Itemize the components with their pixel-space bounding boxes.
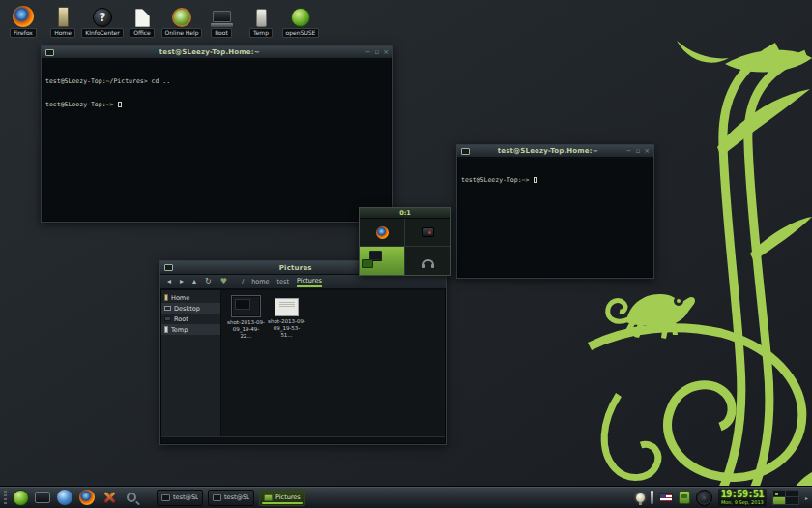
terminal-window-icon	[362, 259, 373, 268]
desktop-icon	[164, 306, 171, 311]
headphones-icon	[422, 259, 434, 266]
up-icon[interactable]: ▴	[192, 278, 196, 285]
forward-icon[interactable]: ▸	[180, 278, 184, 285]
icon-label: openSUSE	[282, 28, 320, 38]
desktop-icon-kinfocenter[interactable]: ? KInfoCenter	[83, 3, 122, 38]
app-icon	[422, 227, 434, 237]
pager-grid	[360, 219, 450, 275]
opensuse-menu-icon	[13, 490, 29, 506]
home-icon	[58, 7, 69, 27]
file-item-screenshot-2[interactable]: shot-2013-09- 09_19-53-51...	[268, 295, 305, 339]
sidebar-item-root[interactable]: Root	[161, 314, 220, 324]
root-computer-icon	[211, 11, 233, 27]
clock[interactable]: 19:59:51 Mon, 9 Sep, 2013	[718, 489, 767, 506]
mini-pager-cell-1-0[interactable]	[786, 491, 798, 497]
start-menu-button[interactable]	[12, 489, 29, 506]
terminal-icon	[213, 494, 221, 501]
terminal-icon	[35, 492, 50, 503]
file-item-screenshot-1[interactable]: shot-2013-09- 09_19-49-22...	[227, 295, 265, 340]
breadcrumb-home[interactable]: home	[251, 278, 269, 285]
pager-desktop-0-0[interactable]	[360, 219, 405, 247]
launcher-firefox[interactable]	[78, 489, 96, 506]
file-manager-window: Pictures − ▫ × ◂ ▸ ▴ ↻ ♥ / home test Pic…	[160, 260, 447, 445]
firefox-icon	[13, 6, 34, 27]
terminal1-content[interactable]: test@SLeezy-Top:~/Pictures> cd .. test@S…	[43, 60, 392, 221]
desktop-icon-firefox[interactable]: Firefox	[4, 3, 43, 38]
task-button-terminal-1[interactable]: test@SLe..	[157, 490, 203, 506]
launcher-terminal[interactable]	[34, 489, 51, 506]
online-help-icon	[172, 8, 191, 27]
keyboard-layout-us-flag-icon[interactable]	[659, 493, 673, 502]
terminal-window-1: test@SLeezy-Top.Home:~ − ▫ × test@SLeezy…	[41, 45, 393, 223]
pager-desktop-label: 0:1	[360, 208, 450, 219]
minimize-icon[interactable]: −	[365, 49, 371, 56]
desktop-icon-row: Firefox Home ? KInfoCenter Office Online…	[4, 3, 321, 38]
mini-pager-cell-1-1[interactable]	[786, 497, 798, 504]
task-button-pictures[interactable]: Pictures	[259, 490, 305, 506]
terminal1-titlebar[interactable]: test@SLeezy-Top.Home:~ − ▫ ×	[42, 46, 392, 59]
sidebar-item-desktop[interactable]: Desktop	[161, 303, 220, 314]
close-icon[interactable]: ×	[644, 148, 650, 155]
launcher-browser[interactable]	[56, 489, 73, 506]
terminal-cursor	[118, 102, 122, 107]
opensuse-icon	[291, 8, 310, 27]
desktop-icon-office[interactable]: Office	[123, 3, 161, 38]
mini-pager-cell-0-0[interactable]	[773, 491, 786, 497]
maximize-icon[interactable]: ▫	[635, 148, 640, 155]
terminal-prompt-line: test@SLeezy-Top:~>	[461, 176, 650, 184]
close-icon[interactable]: ×	[383, 49, 389, 56]
minimize-icon[interactable]: −	[626, 148, 632, 155]
fm-file-area: shot-2013-09- 09_19-49-22... shot-2013-0…	[221, 290, 445, 436]
volume-knob-icon[interactable]	[696, 490, 712, 506]
terminal-icon	[161, 494, 170, 501]
taskbar: test@SLe.. test@SLe.. Pictures 19:59:51 …	[0, 486, 812, 508]
task-button-terminal-2[interactable]: test@SLe..	[208, 490, 254, 506]
lightbulb-icon[interactable]	[636, 493, 645, 502]
terminal2-content[interactable]: test@SLeezy-Top:~>	[458, 159, 652, 277]
sidebar-item-temp[interactable]: Temp	[161, 324, 220, 335]
desktop: Firefox Home ? KInfoCenter Office Online…	[0, 0, 812, 508]
pager-desktop-0-1-active[interactable]	[360, 247, 405, 275]
mini-pager-cell-0-1-active[interactable]	[773, 497, 786, 504]
breadcrumb-root[interactable]: /	[242, 278, 244, 285]
maximize-icon[interactable]: ▫	[374, 49, 379, 56]
terminal-app-icon	[45, 49, 54, 56]
icon-label: Online Help	[161, 28, 203, 38]
desktop-icon-temp[interactable]: Temp	[242, 3, 280, 38]
back-icon[interactable]: ◂	[167, 278, 171, 285]
pager-desktop-1-1[interactable]	[405, 247, 450, 275]
launcher-search[interactable]	[123, 489, 140, 506]
breadcrumb: / home test Pictures	[242, 277, 322, 287]
folder-icon	[264, 494, 273, 501]
battery-icon[interactable]	[679, 491, 690, 504]
system-tray: 19:59:51 Mon, 9 Sep, 2013 ▸	[636, 489, 808, 506]
favorites-icon[interactable]: ♥	[220, 278, 227, 285]
refresh-icon[interactable]: ↻	[205, 278, 212, 285]
icon-label: Root	[211, 28, 232, 38]
shelf-handle[interactable]	[4, 491, 7, 505]
desktop-icon-home[interactable]: Home	[44, 3, 82, 38]
breadcrumb-pictures[interactable]: Pictures	[297, 277, 322, 287]
globe-icon	[57, 490, 72, 505]
pager-desktop-1-0[interactable]	[405, 219, 450, 247]
breadcrumb-test[interactable]: test	[277, 278, 289, 285]
tray-expand-arrow-icon[interactable]: ▸	[805, 494, 808, 501]
sidebar-item-home[interactable]: Home	[161, 292, 220, 303]
desktop-icon-root[interactable]: Root	[202, 3, 241, 38]
file-thumbnail	[275, 298, 299, 316]
xchat-icon	[102, 490, 117, 505]
desktop-icon-online-help[interactable]: Online Help	[162, 3, 201, 38]
desktop-icon-opensuse[interactable]: openSUSE	[281, 3, 320, 38]
stylus-icon[interactable]	[651, 491, 653, 504]
terminal1-title: test@SLeezy-Top.Home:~	[58, 48, 362, 56]
terminal-line: test@SLeezy-Top:~/Pictures> cd ..	[45, 77, 389, 85]
icon-label: KInfoCenter	[81, 28, 123, 38]
terminal2-titlebar[interactable]: test@SLeezy-Top.Home:~ − ▫ ×	[457, 145, 653, 158]
office-document-icon	[135, 9, 150, 27]
terminal-prompt-line: test@SLeezy-Top:~>	[45, 101, 389, 108]
launcher-xchat[interactable]	[101, 489, 118, 506]
folder-app-icon	[164, 264, 173, 271]
temp-icon	[256, 9, 267, 27]
firefox-icon	[79, 490, 95, 505]
fm-sidebar: Home Desktop Root Temp	[161, 290, 221, 436]
